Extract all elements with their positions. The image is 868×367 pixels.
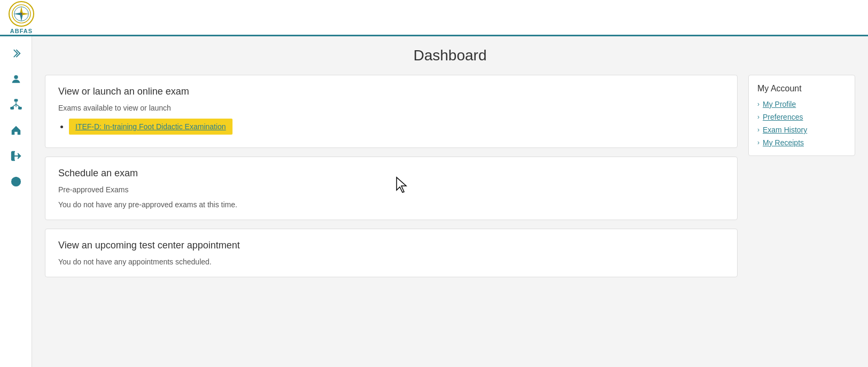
page-title: Dashboard	[45, 47, 855, 64]
svg-rect-8	[14, 99, 18, 101]
chevron-icon: ›	[757, 113, 759, 121]
exam-list: ITEF-D: In-training Foot Didactic Examin…	[58, 119, 724, 135]
account-link-preferences[interactable]: › Preferences	[757, 113, 846, 121]
account-link-my-receipts[interactable]: › My Receipts	[757, 138, 846, 147]
schedule-exam-subtitle: Pre-approved Exams	[58, 185, 724, 194]
svg-marker-5	[21, 12, 29, 15]
logo-circle	[9, 1, 34, 27]
content-area: Dashboard View or launch an online exam …	[32, 36, 868, 367]
schedule-exam-card: Schedule an exam Pre-approved Exams You …	[45, 157, 738, 220]
svg-line-12	[12, 104, 15, 107]
svg-marker-4	[14, 12, 21, 15]
svg-rect-9	[10, 107, 13, 110]
globe-icon[interactable]	[5, 171, 27, 192]
preferences-link[interactable]: Preferences	[763, 113, 803, 121]
account-link-exam-history[interactable]: › Exam History	[757, 126, 846, 134]
chevron-icon: ›	[757, 126, 759, 134]
online-exam-title: View or launch an online exam	[58, 86, 724, 97]
logo-text: ABFAS	[10, 28, 33, 34]
sidebar	[0, 36, 32, 367]
logo-area: ABFAS	[9, 1, 34, 34]
svg-point-7	[14, 75, 18, 79]
my-profile-link[interactable]: My Profile	[763, 100, 796, 108]
signout-icon[interactable]	[5, 145, 27, 167]
appointment-text: You do not have any appointments schedul…	[58, 257, 724, 266]
exam-link[interactable]: ITEF-D: In-training Foot Didactic Examin…	[75, 122, 226, 131]
top-header: ABFAS	[0, 0, 868, 36]
schedule-exam-title: Schedule an exam	[58, 168, 724, 179]
svg-point-6	[20, 13, 22, 15]
expand-icon[interactable]	[5, 43, 27, 64]
exam-history-link[interactable]: Exam History	[763, 126, 807, 134]
my-receipts-link[interactable]: My Receipts	[763, 138, 804, 147]
svg-rect-10	[18, 107, 21, 110]
home-icon[interactable]	[5, 120, 27, 141]
network-icon[interactable]	[5, 94, 27, 115]
appointment-title: View an upcoming test center appointment	[58, 240, 724, 251]
main-panels: View or launch an online exam Exams avai…	[45, 75, 738, 277]
chevron-icon: ›	[757, 100, 759, 108]
account-link-my-profile[interactable]: › My Profile	[757, 100, 846, 108]
exam-highlight: ITEF-D: In-training Foot Didactic Examin…	[69, 119, 232, 135]
exam-list-item: ITEF-D: In-training Foot Didactic Examin…	[69, 119, 724, 135]
account-title: My Account	[757, 84, 846, 93]
online-exam-card: View or launch an online exam Exams avai…	[45, 75, 738, 148]
account-links: › My Profile › Preferences › Exam Histor…	[757, 100, 846, 147]
content-wrapper: View or launch an online exam Exams avai…	[45, 75, 855, 277]
main-layout: Dashboard View or launch an online exam …	[0, 36, 868, 367]
chevron-icon: ›	[757, 139, 759, 146]
appointment-card: View an upcoming test center appointment…	[45, 229, 738, 277]
schedule-exam-text: You do not have any pre-approved exams a…	[58, 200, 724, 209]
online-exam-subtitle: Exams available to view or launch	[58, 104, 724, 112]
user-icon[interactable]	[5, 68, 27, 90]
logo-icon	[11, 4, 32, 24]
svg-line-13	[16, 104, 20, 107]
account-panel: My Account › My Profile › Preferences › …	[748, 75, 855, 156]
